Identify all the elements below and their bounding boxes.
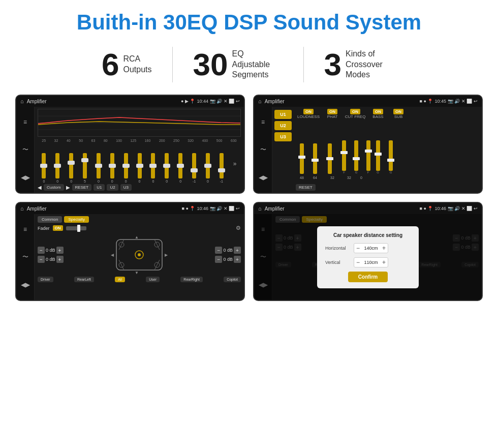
eq-sliders-row: 0 0 0 5 bbox=[38, 144, 241, 183]
fader-body: ≡ 〜 ◀▶ Common Specialty Fader ON bbox=[16, 214, 244, 300]
left-speakers: − 0 dB + − 0 dB + bbox=[38, 247, 64, 263]
distance-status-icons: ■ ● 📍 10:46 📷 🔊 ✕ ⬜ ↩ bbox=[420, 206, 478, 211]
eq-track-4[interactable] bbox=[83, 153, 87, 178]
stats-row: 6 RCAOutputs 30 EQ AdjustableSegments 3 … bbox=[15, 47, 483, 82]
driver-btn[interactable]: Driver bbox=[38, 277, 53, 282]
eq-icon-2[interactable]: 〜 bbox=[22, 145, 28, 154]
eq-slider-6: 0 bbox=[110, 153, 114, 183]
fader-screen-title: Amplifier bbox=[27, 206, 179, 212]
confirm-button[interactable]: Confirm bbox=[348, 272, 388, 282]
fader-icon-1[interactable]: ≡ bbox=[23, 226, 27, 233]
page-title: Buith-in 30EQ DSP Sound System bbox=[15, 10, 483, 35]
svg-line-5 bbox=[154, 240, 160, 250]
fader-h-slider bbox=[66, 226, 86, 230]
eq-slider-5: 0 bbox=[97, 153, 101, 183]
eq-track-11[interactable] bbox=[178, 153, 182, 178]
svg-line-7 bbox=[154, 260, 160, 270]
on-label-loudness[interactable]: ON bbox=[303, 109, 314, 114]
bl-value: 0 dB bbox=[46, 257, 55, 262]
preset-u1-btn[interactable]: U1 bbox=[274, 110, 292, 119]
eq-track-7[interactable] bbox=[124, 153, 128, 178]
eq-screen-title: Amplifier bbox=[27, 99, 178, 104]
tl-value: 0 dB bbox=[46, 248, 55, 253]
eq-reset-btn[interactable]: RESET bbox=[72, 184, 92, 191]
rear-right-btn[interactable]: RearRight bbox=[180, 277, 203, 282]
eq-track-1[interactable] bbox=[42, 153, 46, 178]
eq-track-10[interactable] bbox=[165, 153, 169, 178]
eq-track-5[interactable] bbox=[97, 153, 101, 178]
top-right-speaker: − 0 dB + bbox=[215, 247, 241, 254]
eq-track-12[interactable] bbox=[192, 153, 196, 178]
tl-minus[interactable]: − bbox=[38, 247, 45, 254]
eq-more-icon[interactable]: » bbox=[233, 160, 237, 167]
home-icon: ⌂ bbox=[20, 98, 24, 104]
eq-icon-3[interactable]: ◀▶ bbox=[21, 174, 30, 181]
cutfreq-label: CUT FREQ bbox=[345, 114, 366, 119]
eq-prev-btn[interactable]: ◀ bbox=[38, 185, 42, 190]
eq-icon-1[interactable]: ≡ bbox=[23, 118, 27, 126]
vertical-plus-btn[interactable]: + bbox=[382, 259, 386, 266]
fader-on-badge[interactable]: ON bbox=[53, 225, 63, 231]
svg-line-4 bbox=[119, 240, 124, 250]
all-btn[interactable]: All bbox=[115, 277, 125, 282]
screens-grid: ⌂ Amplifier ● ▶ 📍 10:44 📷 🔊 ✕ ⬜ ↩ ≡ 〜 ◀▶ bbox=[15, 95, 483, 301]
rear-left-btn[interactable]: RearLeft bbox=[74, 277, 94, 282]
eq-slider-9: 0 bbox=[151, 153, 155, 183]
eq-track-13[interactable] bbox=[206, 153, 210, 178]
eq-graph-svg bbox=[38, 109, 240, 136]
tab-common[interactable]: Common bbox=[38, 216, 62, 223]
fader-main: Common Specialty Fader ON ⚙ bbox=[35, 214, 244, 300]
br-minus[interactable]: − bbox=[215, 256, 222, 263]
user-btn[interactable]: User bbox=[146, 277, 160, 282]
crossover-time: 10:45 bbox=[434, 99, 446, 104]
eq-freq-labels: 253240506380100125160200250320400500630 bbox=[38, 139, 241, 142]
on-label-sub[interactable]: ON bbox=[393, 109, 403, 114]
copilot-btn[interactable]: Copilot bbox=[224, 277, 241, 282]
bass-label: BASS bbox=[372, 114, 383, 119]
fader-track[interactable] bbox=[66, 226, 86, 230]
on-label-bass[interactable]: ON bbox=[373, 109, 383, 114]
eq-slider-4: 5 bbox=[83, 153, 87, 183]
tr-minus[interactable]: − bbox=[215, 247, 222, 254]
eq-custom-btn[interactable]: Custom bbox=[44, 184, 64, 191]
on-label-cutfreq[interactable]: ON bbox=[350, 109, 360, 114]
tab-specialty[interactable]: Specialty bbox=[64, 216, 88, 223]
fader-settings-icon[interactable]: ⚙ bbox=[236, 225, 241, 231]
vertical-minus-btn[interactable]: − bbox=[356, 259, 360, 266]
distance-screen: ⌂ Amplifier ■ ● 📍 10:46 📷 🔊 ✕ ⬜ ↩ ≡ 〜 ◀▶… bbox=[253, 202, 483, 301]
eq-play-btn[interactable]: ▶ bbox=[66, 185, 70, 190]
crossover-reset-btn[interactable]: RESET bbox=[296, 184, 316, 191]
eq-track-3[interactable] bbox=[69, 153, 73, 178]
fader-icon-2[interactable]: 〜 bbox=[22, 253, 28, 261]
eq-track-14[interactable] bbox=[220, 153, 224, 178]
tl-plus[interactable]: + bbox=[56, 247, 64, 254]
eq-track-6[interactable] bbox=[110, 153, 114, 178]
br-plus[interactable]: + bbox=[234, 256, 241, 263]
distance-status-bar: ⌂ Amplifier ■ ● 📍 10:46 📷 🔊 ✕ ⬜ ↩ bbox=[254, 203, 482, 214]
eq-u2-btn[interactable]: U2 bbox=[107, 184, 118, 191]
crossover-icon-1[interactable]: ≡ bbox=[261, 118, 265, 126]
eq-track-2[interactable] bbox=[55, 153, 59, 178]
on-label-phat[interactable]: ON bbox=[327, 109, 337, 114]
crossover-screen-title: Amplifier bbox=[265, 99, 417, 104]
preset-u3-btn[interactable]: U3 bbox=[274, 132, 292, 141]
eq-u3-btn[interactable]: U3 bbox=[120, 184, 132, 191]
bl-minus[interactable]: − bbox=[38, 256, 45, 263]
vertical-value: 110cm bbox=[362, 260, 380, 265]
eq-track-9[interactable] bbox=[151, 153, 155, 178]
horizontal-minus-btn[interactable]: − bbox=[356, 245, 360, 252]
eq-slider-14: -1 bbox=[220, 153, 224, 183]
eq-u1-btn[interactable]: U1 bbox=[94, 184, 105, 191]
crossover-icon-2[interactable]: 〜 bbox=[260, 145, 266, 154]
horizontal-stepper: − 140cm + bbox=[354, 243, 388, 253]
bl-plus[interactable]: + bbox=[56, 256, 64, 263]
preset-u2-btn[interactable]: U2 bbox=[274, 121, 292, 130]
home-icon-4: ⌂ bbox=[258, 205, 262, 212]
crossover-icon-3[interactable]: ◀▶ bbox=[259, 174, 268, 181]
eq-track-8[interactable] bbox=[138, 153, 142, 178]
horizontal-plus-btn[interactable]: + bbox=[382, 245, 386, 252]
fader-top-row: Fader ON ⚙ bbox=[38, 225, 241, 231]
stat-crossover: 3 Kinds ofCrossover Modes bbox=[304, 49, 417, 80]
fader-icon-3[interactable]: ◀▶ bbox=[21, 281, 30, 288]
tr-plus[interactable]: + bbox=[234, 247, 241, 254]
